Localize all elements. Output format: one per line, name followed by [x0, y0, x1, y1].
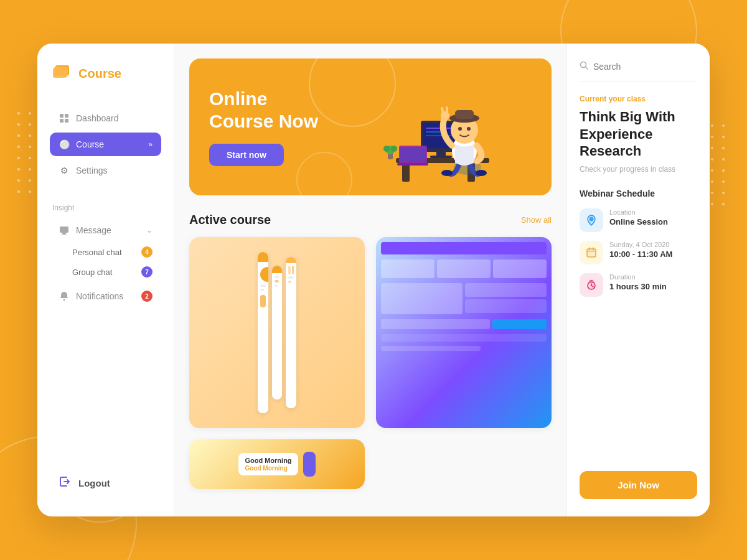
nav-section: Dashboard ⚪ Course » ⚙ Settings [50, 106, 161, 185]
svg-point-37 [391, 146, 397, 152]
nav-course-label: Course [76, 139, 142, 149]
group-chat-badge: 7 [141, 266, 153, 278]
svg-point-24 [476, 170, 487, 176]
right-panel: Current your class Think Big With Experi… [566, 44, 710, 516]
webinar-item-duration: Duration 1 hours 30 min [580, 273, 697, 297]
logout-label: Logout [78, 478, 110, 488]
svg-rect-10 [402, 163, 410, 182]
message-item[interactable]: Message ⌄ [50, 218, 161, 242]
dashboard-icon [59, 113, 70, 124]
duration-icon-box [580, 273, 603, 297]
svg-rect-41 [587, 249, 596, 257]
webinar-item-date: Sunday, 4 Oct 2020 10:00 - 11:30 AM [580, 241, 697, 264]
message-label: Message [76, 225, 140, 235]
date-label: Sunday, 4 Oct 2020 [609, 241, 672, 248]
svg-rect-5 [60, 119, 63, 123]
svg-rect-7 [60, 226, 68, 233]
svg-rect-21 [397, 163, 428, 166]
logout-area[interactable]: Logout [50, 469, 161, 498]
logo-area: Course [50, 62, 161, 85]
svg-rect-3 [60, 114, 63, 118]
webinar-location-info: Location Online Session [609, 208, 668, 226]
course-chevron: » [148, 140, 153, 149]
insight-label: Insight [50, 203, 161, 212]
date-icon-box [580, 241, 603, 264]
nav-item-dashboard[interactable]: Dashboard [50, 106, 161, 130]
duration-value: 1 hours 30 min [609, 282, 667, 291]
section-header: Active course Show all [189, 213, 552, 227]
hero-text: Online Course Now Start now [209, 88, 318, 166]
notifications-badge: 2 [141, 291, 153, 302]
course-card-third[interactable]: Good MorningGood Morning [189, 439, 365, 489]
search-bar [580, 61, 697, 82]
nav-settings-label: Settings [76, 166, 153, 175]
svg-line-39 [586, 67, 588, 70]
personal-chat-item[interactable]: Personal chat 4 [50, 242, 161, 262]
webinar-item-location: Location Online Session [580, 208, 697, 232]
hero-banner: Online Course Now Start now [189, 58, 552, 195]
logo-icon [50, 62, 72, 85]
svg-rect-2 [54, 67, 68, 77]
search-input[interactable] [593, 62, 697, 72]
course-icon: ⚪ [59, 139, 70, 150]
section-title: Active course [189, 213, 271, 227]
group-chat-label: Group chat [72, 268, 112, 277]
nav-item-course[interactable]: ⚪ Course » [50, 133, 161, 156]
notifications-label: Notifications [76, 291, 135, 301]
personal-chat-label: Personal chat [72, 248, 122, 257]
show-all-link[interactable]: Show all [521, 215, 552, 225]
webinar-label: Webinar Schedule [580, 189, 697, 198]
current-class-label: Current your class [580, 95, 697, 103]
nav-dashboard-label: Dashboard [76, 113, 153, 123]
logout-icon [59, 475, 72, 492]
location-value: Online Session [609, 217, 668, 226]
class-title: Think Big With Experience Research [580, 108, 697, 160]
group-chat-item[interactable]: Group chat 7 [50, 262, 161, 282]
svg-rect-4 [65, 114, 68, 118]
webinar-duration-info: Duration 1 hours 30 min [609, 273, 667, 291]
start-now-button[interactable]: Start now [209, 144, 284, 166]
svg-rect-20 [400, 147, 426, 162]
course-thumb-uiux [189, 237, 365, 428]
date-value: 10:00 - 11:30 AM [609, 250, 672, 259]
logo-text: Course [78, 67, 121, 81]
svg-point-29 [458, 127, 462, 131]
courses-grid: Learning UI/UX Concept By Fergunar Solk … [189, 237, 552, 489]
course-thumb-third: Good MorningGood Morning [189, 439, 365, 489]
hero-title: Online Course Now [209, 88, 318, 133]
main-content: Online Course Now Start now [174, 44, 566, 516]
svg-rect-6 [65, 119, 68, 123]
notifications-item[interactable]: Notifications 2 [50, 284, 161, 308]
course-thumb-webdesign [376, 237, 552, 428]
location-label: Location [609, 208, 668, 216]
course-card-webdesign[interactable]: Web Design Structural By Adrian Napitupu… [376, 237, 552, 428]
message-icon [59, 225, 70, 236]
duration-label: Duration [609, 273, 667, 281]
character-illustration [377, 71, 502, 195]
svg-line-32 [442, 108, 443, 113]
svg-point-8 [63, 299, 65, 301]
svg-point-23 [441, 170, 453, 176]
insight-section: Insight Message ⌄ Personal chat 4 Group … [50, 203, 161, 310]
personal-chat-badge: 4 [141, 246, 153, 258]
location-icon-box [580, 208, 603, 232]
bell-icon [59, 291, 70, 302]
svg-rect-15 [430, 156, 452, 158]
settings-icon: ⚙ [59, 165, 70, 176]
nav-item-settings[interactable]: ⚙ Settings [50, 159, 161, 182]
svg-point-36 [383, 146, 390, 152]
message-chevron: ⌄ [146, 226, 153, 235]
search-icon [580, 61, 588, 72]
course-card-uiux[interactable]: Learning UI/UX Concept By Fergunar Solk … [189, 237, 365, 428]
class-subtitle: Check your progress in class [580, 165, 697, 174]
svg-point-30 [467, 127, 471, 131]
main-card: Course Dashboard ⚪ Course » ⚙ Settings I… [37, 44, 710, 516]
sidebar: Course Dashboard ⚪ Course » ⚙ Settings I… [37, 44, 174, 516]
webinar-date-info: Sunday, 4 Oct 2020 10:00 - 11:30 AM [609, 241, 672, 259]
join-now-button[interactable]: Join Now [580, 471, 697, 499]
svg-rect-28 [455, 110, 474, 119]
